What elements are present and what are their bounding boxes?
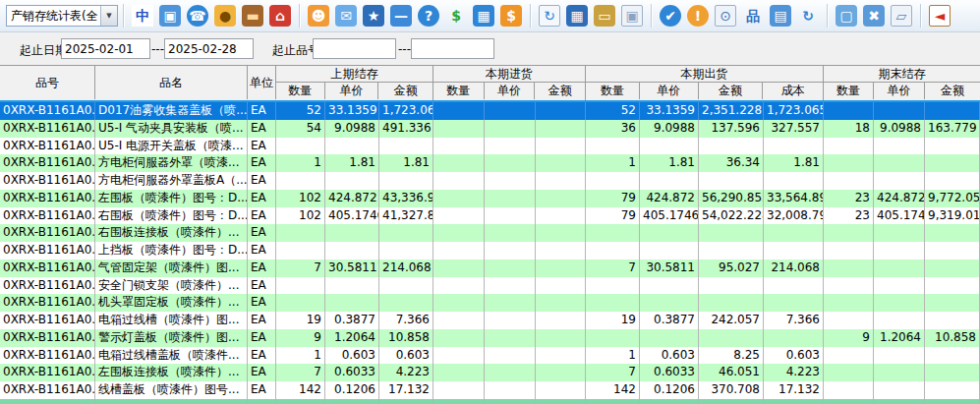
cell-value[interactable] xyxy=(640,172,699,190)
cell-value[interactable] xyxy=(536,102,586,120)
cell-value[interactable] xyxy=(824,312,874,329)
cell-unit[interactable]: EA xyxy=(248,207,276,225)
table-row[interactable]: 0XRX-B1161A0...警示灯盖板（喷漆件）图...EA91.206410… xyxy=(0,329,980,347)
cell-value[interactable] xyxy=(640,138,699,155)
cell-value[interactable]: 9 xyxy=(824,329,874,347)
cell-value[interactable]: 10.858 xyxy=(925,329,980,347)
cell-value[interactable] xyxy=(925,381,980,399)
cell-value[interactable] xyxy=(874,294,925,312)
cell-value[interactable] xyxy=(586,172,640,190)
cell-value[interactable]: 52 xyxy=(586,102,640,120)
cell-value[interactable] xyxy=(485,224,536,242)
org-chart-icon[interactable]: 品 xyxy=(742,5,764,27)
cell-unit[interactable]: EA xyxy=(248,329,276,347)
cell-value[interactable] xyxy=(824,224,874,242)
customer-fee-icon[interactable]: $ xyxy=(500,5,522,27)
cell-value[interactable] xyxy=(433,277,485,295)
cell-unit[interactable]: EA xyxy=(248,172,276,190)
cell-value[interactable] xyxy=(925,277,980,295)
cell-value[interactable] xyxy=(433,190,485,207)
cell-value[interactable]: 9 xyxy=(276,329,325,347)
cell-item-name[interactable]: 左围板连接板（喷漆件）... xyxy=(95,364,248,381)
table-row[interactable]: 0XRX-B1161A0...右围板（喷漆件）图号：D...EA102405.1… xyxy=(0,207,980,225)
cell-value[interactable] xyxy=(433,224,485,242)
cell-value[interactable] xyxy=(536,138,586,155)
table-row[interactable]: 0XRX-B1161A0...上挡板（喷漆件）图号：D...EA xyxy=(0,242,980,260)
cell-value[interactable] xyxy=(485,172,536,190)
cell-item-no[interactable]: 0XRX-B1161A0... xyxy=(0,190,95,207)
cell-item-name[interactable]: 警示灯盖板（喷漆件）图... xyxy=(95,329,248,347)
table-row[interactable]: 0XRX-B1161A0...左围板（喷漆件）图号：D...EA102424.8… xyxy=(0,190,980,207)
cell-item-no[interactable]: 0XRX-B1161A0... xyxy=(0,172,95,190)
cell-item-name[interactable]: 电箱过线槽盖板（喷漆件... xyxy=(95,347,248,365)
cell-value[interactable] xyxy=(874,154,925,172)
cell-value[interactable] xyxy=(874,364,925,381)
cell-item-no[interactable]: 0XRX-B1161A0... xyxy=(0,207,95,225)
cell-value[interactable] xyxy=(699,172,764,190)
cell-value[interactable] xyxy=(699,138,764,155)
cell-value[interactable]: 0.6033 xyxy=(640,364,699,381)
cell-value[interactable]: 0.603 xyxy=(325,347,379,365)
cell-unit[interactable]: EA xyxy=(248,120,276,138)
cell-value[interactable] xyxy=(433,260,485,277)
key-icon[interactable]: — xyxy=(390,5,412,27)
cell-value[interactable] xyxy=(433,120,485,138)
cell-value[interactable]: 41,327.814 xyxy=(379,207,433,225)
cell-value[interactable]: 405.1747 xyxy=(874,207,925,225)
cell-item-no[interactable]: 0XRX-B1161A0... xyxy=(0,381,95,399)
cell-value[interactable] xyxy=(586,138,640,155)
cart-icon[interactable]: ▦ xyxy=(473,5,494,27)
cell-value[interactable]: 7 xyxy=(276,364,325,381)
cell-value[interactable]: 52 xyxy=(276,102,325,120)
cell-value[interactable] xyxy=(925,294,980,312)
cell-value[interactable]: 7.366 xyxy=(764,312,824,329)
table-row[interactable]: 0XRX-B1161A0...机头罩固定板（喷漆件）...EA xyxy=(0,294,980,312)
cell-item-no[interactable]: 0XRX-B1161A0... xyxy=(0,120,95,138)
cell-value[interactable]: 424.872 xyxy=(325,190,379,207)
cell-value[interactable]: 36 xyxy=(586,120,640,138)
cell-item-name[interactable]: 方电柜伺服器外罩（喷漆... xyxy=(95,154,248,172)
cell-value[interactable] xyxy=(824,138,874,155)
cell-value[interactable]: 30.5811 xyxy=(325,260,379,277)
date-from-input[interactable] xyxy=(61,38,150,59)
table-row[interactable]: 0XRX-B1161A0...气管固定架（喷漆件）图...EA730.58112… xyxy=(0,260,980,277)
cell-value[interactable] xyxy=(379,138,433,155)
cell-value[interactable] xyxy=(874,277,925,295)
cell-item-no[interactable]: 0XRX-B1161A0... xyxy=(0,102,95,120)
cell-value[interactable] xyxy=(874,172,925,190)
table-row[interactable]: 0XRX-B1161A0...左围板连接板（喷漆件）...EA70.60334.… xyxy=(0,364,980,381)
cell-value[interactable]: 9.0988 xyxy=(874,120,925,138)
cell-unit[interactable]: EA xyxy=(248,224,276,242)
cell-value[interactable]: 54 xyxy=(276,120,325,138)
cell-item-name[interactable]: D017油雾收集器盖板（喷... xyxy=(95,102,248,120)
cell-unit[interactable]: EA xyxy=(248,102,276,120)
cell-value[interactable]: 79 xyxy=(586,207,640,225)
cell-value[interactable] xyxy=(764,138,824,155)
cell-value[interactable] xyxy=(874,138,925,155)
cell-value[interactable]: 2,351.228 xyxy=(699,102,764,120)
users-icon[interactable]: ☻ xyxy=(308,5,329,27)
cell-value[interactable] xyxy=(586,277,640,295)
cell-value[interactable] xyxy=(433,294,485,312)
cell-value[interactable] xyxy=(485,277,536,295)
cell-value[interactable] xyxy=(586,294,640,312)
cell-value[interactable] xyxy=(764,224,824,242)
cell-value[interactable]: 9.0988 xyxy=(640,120,699,138)
cell-item-no[interactable]: 0XRX-B1161A0... xyxy=(0,329,95,347)
cell-value[interactable] xyxy=(433,242,485,260)
cell-value[interactable]: 0.603 xyxy=(379,347,433,365)
cell-value[interactable]: 214.068 xyxy=(764,260,824,277)
cell-value[interactable]: 137.596 xyxy=(699,120,764,138)
cell-value[interactable]: 405.1746 xyxy=(325,207,379,225)
cell-value[interactable] xyxy=(824,172,874,190)
table-row[interactable]: 0XRX-B1161A0...电箱过线槽盖板（喷漆件...EA10.6030.6… xyxy=(0,347,980,365)
cell-value[interactable] xyxy=(764,329,824,347)
table-row[interactable]: 0XRX-B1161A0...方电柜伺服器外罩盖板A（...EA xyxy=(0,172,980,190)
cell-value[interactable] xyxy=(485,190,536,207)
cell-value[interactable]: 4.223 xyxy=(764,364,824,381)
cell-value[interactable] xyxy=(824,294,874,312)
cell-item-name[interactable]: 方电柜伺服器外罩盖板A（... xyxy=(95,172,248,190)
copy-docs-icon[interactable]: ▣ xyxy=(621,5,643,27)
cell-value[interactable]: 19 xyxy=(276,312,325,329)
cell-value[interactable] xyxy=(925,172,980,190)
